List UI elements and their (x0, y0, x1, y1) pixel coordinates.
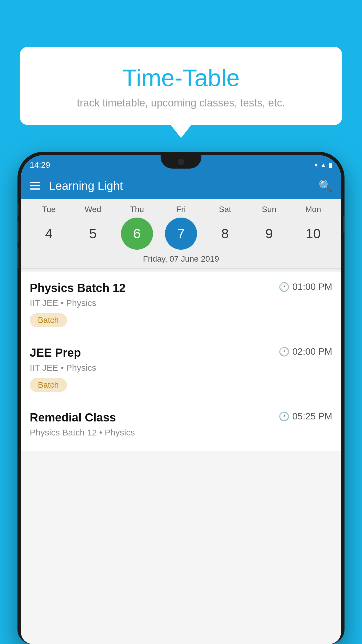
schedule-item-1[interactable]: Physics Batch 12 🕐 01:00 PM IIT JEE • Ph… (21, 272, 341, 336)
day-header-sat: Sat (209, 205, 241, 214)
day-7-selected[interactable]: 7 (165, 218, 197, 250)
day-numbers: 4 5 6 7 8 9 10 (21, 218, 341, 250)
time-value-3: 05:25 PM (292, 411, 332, 422)
tooltip-card: Time-Table track timetable, upcoming cla… (20, 47, 342, 125)
power-button (343, 216, 345, 233)
volume-up-button (17, 222, 19, 242)
schedule-time-3: 🕐 05:25 PM (279, 411, 332, 422)
batch-tag-2: Batch (30, 378, 67, 392)
status-time: 14:29 (30, 160, 50, 170)
schedule-title-1: Physics Batch 12 (30, 281, 126, 295)
schedule-list: Physics Batch 12 🕐 01:00 PM IIT JEE • Ph… (21, 272, 341, 452)
mute-button (17, 204, 19, 216)
signal-icon: ▲ (320, 161, 326, 169)
app-title: Learning Light (49, 179, 310, 192)
batch-tag-1: Batch (30, 313, 67, 327)
schedule-time-2: 🕐 02:00 PM (279, 346, 332, 357)
time-value-2: 02:00 PM (292, 346, 332, 357)
notch (161, 155, 201, 169)
app-bar: Learning Light 🔍 (21, 173, 341, 199)
day-header-wed: Wed (77, 205, 109, 214)
phone-frame: 14:29 ▾ ▲ ▮ Learning Light 🔍 Tue Wed Thu (17, 152, 345, 644)
tooltip-subtitle: track timetable, upcoming classes, tests… (34, 97, 328, 109)
schedule-title-3: Remedial Class (30, 411, 116, 424)
schedule-time-1: 🕐 01:00 PM (279, 281, 332, 292)
day-headers: Tue Wed Thu Fri Sat Sun Mon (21, 205, 341, 214)
day-5[interactable]: 5 (77, 218, 109, 250)
schedule-sub-1: IIT JEE • Physics (30, 298, 332, 308)
schedule-title-2: JEE Prep (30, 346, 81, 359)
menu-button[interactable] (30, 182, 40, 190)
day-header-thu: Thu (121, 205, 153, 214)
day-header-fri: Fri (165, 205, 197, 214)
day-4[interactable]: 4 (33, 218, 65, 250)
day-10[interactable]: 10 (297, 218, 329, 250)
battery-icon: ▮ (329, 161, 332, 169)
selected-date: Friday, 07 June 2019 (21, 254, 341, 269)
day-header-tue: Tue (33, 205, 65, 214)
day-header-mon: Mon (297, 205, 329, 214)
schedule-item-2[interactable]: JEE Prep 🕐 02:00 PM IIT JEE • Physics Ba… (21, 336, 341, 401)
day-8[interactable]: 8 (209, 218, 241, 250)
clock-icon-3: 🕐 (279, 411, 289, 421)
schedule-sub-3: Physics Batch 12 • Physics (30, 428, 332, 438)
schedule-sub-2: IIT JEE • Physics (30, 363, 332, 373)
wifi-icon: ▾ (314, 161, 318, 169)
tooltip-title: Time-Table (34, 64, 328, 92)
status-icons: ▾ ▲ ▮ (314, 161, 332, 169)
camera (178, 159, 184, 165)
clock-icon-1: 🕐 (279, 282, 289, 292)
calendar-strip: Tue Wed Thu Fri Sat Sun Mon 4 5 6 7 8 9 … (21, 199, 341, 272)
day-header-sun: Sun (253, 205, 285, 214)
phone-screen: 14:29 ▾ ▲ ▮ Learning Light 🔍 Tue Wed Thu (21, 155, 341, 644)
schedule-item-3[interactable]: Remedial Class 🕐 05:25 PM Physics Batch … (21, 401, 341, 452)
day-6-today[interactable]: 6 (121, 218, 153, 250)
day-9[interactable]: 9 (253, 218, 285, 250)
clock-icon-2: 🕐 (279, 346, 289, 357)
volume-down-button (17, 248, 19, 268)
time-value-1: 01:00 PM (292, 281, 332, 292)
search-icon[interactable]: 🔍 (319, 179, 332, 192)
